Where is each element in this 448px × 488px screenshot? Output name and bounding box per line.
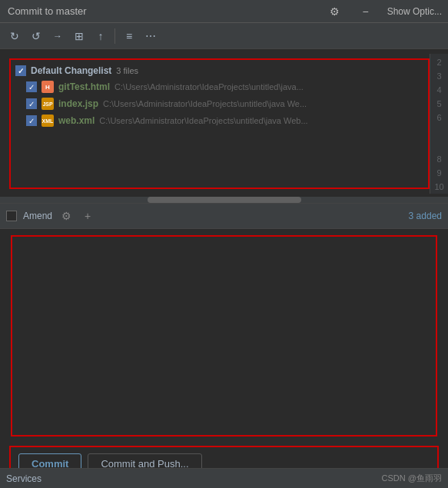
- toolbar-separator: [114, 28, 115, 44]
- line-num: 2: [430, 55, 448, 69]
- scroll-area[interactable]: [0, 197, 448, 203]
- amend-plus-icon[interactable]: +: [80, 208, 95, 224]
- file-path-2: C:\Users\Administrator\IdeaProjects\unti…: [103, 99, 307, 108]
- commit-message-box: [11, 235, 437, 437]
- changelist-label: Default Changelist: [31, 65, 111, 76]
- line-num: 8: [430, 152, 448, 166]
- amend-label: Amend: [23, 211, 52, 221]
- file-path-3: C:\Users\Administrator\IdeaProjects\unti…: [99, 116, 307, 125]
- line-num: 9: [430, 166, 448, 180]
- list-item[interactable]: XML web.xml C:\Users\Administrator\IdeaP…: [11, 112, 428, 129]
- changelist-header: Default Changelist 3 files: [11, 63, 428, 78]
- changelist-checkbox[interactable]: [15, 65, 26, 76]
- window-title: Commit to master: [8, 5, 87, 17]
- minimize-button[interactable]: −: [350, 0, 381, 23]
- show-options-button[interactable]: Show Optic...: [381, 0, 448, 23]
- file-list-box: Default Changelist 3 files H gitTest.htm…: [9, 58, 430, 189]
- file-name-1: gitTest.html: [58, 81, 110, 92]
- line-num: 10: [430, 180, 448, 194]
- undo-button[interactable]: ↺: [26, 26, 46, 46]
- title-bar: Commit to master ⚙ − Show Optic...: [0, 0, 448, 23]
- refresh-button[interactable]: ↻: [5, 26, 25, 46]
- amend-gear-icon[interactable]: ⚙: [58, 208, 74, 224]
- html-file-icon: H: [41, 81, 54, 93]
- list-item[interactable]: JSP index.jsp C:\Users\Administrator\Ide…: [11, 95, 428, 112]
- line-num: [430, 124, 448, 138]
- file-checkbox-2[interactable]: [26, 98, 37, 109]
- amend-section: Amend ⚙ + 3 added: [0, 203, 448, 229]
- commit-message-input[interactable]: [12, 237, 436, 435]
- jsp-file-icon: JSP: [41, 98, 54, 110]
- commit-message-wrapper: [0, 229, 448, 443]
- center-area: Default Changelist 3 files H gitTest.htm…: [0, 49, 448, 488]
- file-name-3: web.xml: [58, 115, 95, 126]
- status-info: CSDN @鱼雨羽: [382, 473, 442, 484]
- xml-file-icon: XML: [41, 115, 54, 127]
- toolbar: ↻ ↺ → ⊞ ↑ ≡ ⋯: [0, 23, 448, 49]
- settings-button[interactable]: ⚙: [320, 0, 350, 23]
- line-numbers: 2 3 4 5 6 8 9 10: [430, 54, 448, 194]
- line-num: 4: [430, 83, 448, 97]
- file-checkbox-3[interactable]: [26, 115, 37, 126]
- line-num: 6: [430, 111, 448, 124]
- status-services[interactable]: Services: [6, 473, 41, 484]
- file-checkbox-1[interactable]: [26, 81, 37, 92]
- file-name-2: index.jsp: [58, 98, 98, 109]
- window-controls: ⚙ − Show Optic...: [320, 0, 448, 22]
- status-bar: Services CSDN @鱼雨羽: [0, 468, 448, 488]
- line-num: 5: [430, 97, 448, 111]
- expand-button[interactable]: ≡: [119, 26, 139, 46]
- scroll-thumb[interactable]: [148, 197, 301, 203]
- line-num: 3: [430, 69, 448, 83]
- added-count: 3 added: [409, 211, 442, 221]
- diff-button[interactable]: →: [48, 26, 68, 46]
- extract-button[interactable]: ↑: [91, 26, 111, 46]
- line-num: [430, 138, 448, 152]
- file-count: 3 files: [116, 66, 138, 75]
- move-button[interactable]: ⊞: [69, 26, 89, 46]
- file-path-1: C:\Users\Administrator\IdeaProjects\unti…: [114, 82, 304, 91]
- more-button[interactable]: ⋯: [141, 26, 161, 46]
- list-item[interactable]: H gitTest.html C:\Users\Administrator\Id…: [11, 78, 428, 95]
- amend-checkbox[interactable]: [6, 211, 17, 221]
